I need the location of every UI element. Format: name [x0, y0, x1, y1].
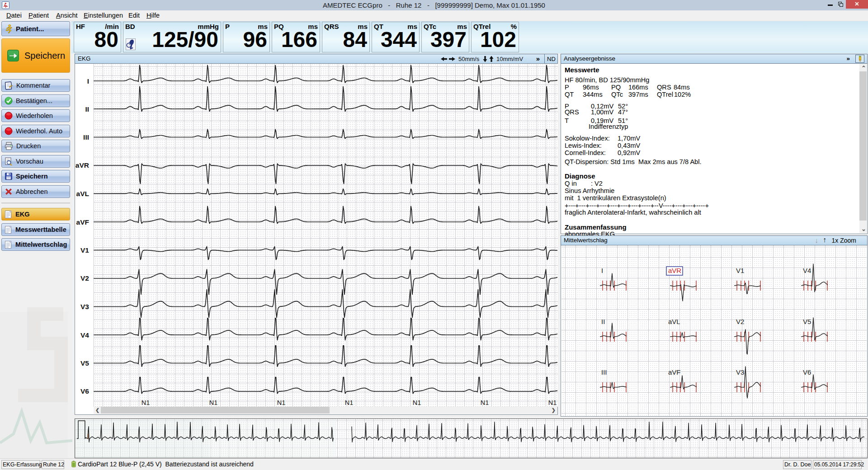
svg-text:aVL: aVL — [668, 318, 680, 325]
svg-text:V4: V4 — [80, 331, 89, 339]
svg-text:N1: N1 — [345, 399, 354, 406]
svg-text:N1: N1 — [548, 399, 557, 406]
svg-text:N1: N1 — [209, 399, 218, 406]
svg-text:N1: N1 — [413, 399, 421, 406]
svg-text:N1: N1 — [277, 399, 286, 406]
svg-text:II: II — [601, 318, 605, 325]
svg-text:N1: N1 — [142, 399, 150, 406]
svg-text:V5: V5 — [80, 359, 89, 367]
svg-text:I: I — [87, 77, 89, 85]
svg-text:V3: V3 — [736, 368, 744, 376]
svg-text:aVF: aVF — [668, 368, 681, 376]
svg-text:aVR: aVR — [75, 161, 89, 169]
svg-text:aVF: aVF — [76, 218, 89, 226]
svg-text:N1: N1 — [481, 399, 489, 406]
svg-text:I: I — [601, 267, 603, 274]
svg-text:V3: V3 — [80, 303, 89, 310]
svg-text:III: III — [601, 368, 607, 376]
svg-text:V2: V2 — [736, 318, 744, 325]
svg-text:V2: V2 — [80, 274, 89, 282]
svg-text:50mm/s: 50mm/s — [458, 56, 480, 62]
svg-text:V6: V6 — [803, 368, 811, 376]
svg-text:V5: V5 — [803, 318, 811, 325]
svg-text:10mm/mV: 10mm/mV — [496, 56, 524, 62]
svg-text:V1: V1 — [736, 267, 744, 274]
svg-text:V4: V4 — [803, 267, 811, 274]
svg-text:aVR: aVR — [668, 267, 681, 274]
svg-text:III: III — [83, 133, 89, 141]
svg-text:aVL: aVL — [76, 190, 89, 197]
svg-text:V1: V1 — [80, 246, 89, 254]
svg-text:II: II — [85, 105, 89, 113]
svg-text:V6: V6 — [80, 387, 89, 395]
